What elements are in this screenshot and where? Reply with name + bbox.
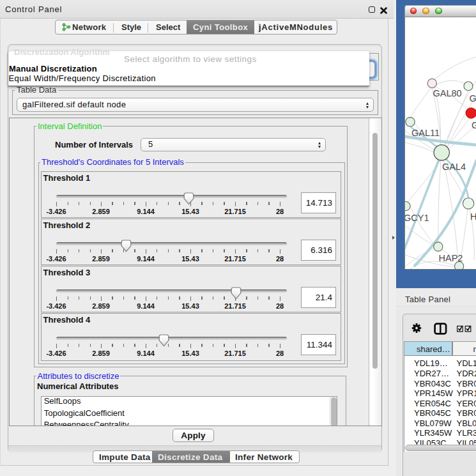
svg-text:GCY1: GCY1: [405, 213, 429, 223]
svg-text:G: G: [472, 120, 476, 130]
svg-text:GAL80: GAL80: [433, 88, 461, 98]
svg-text:GA: GA: [469, 93, 476, 104]
svg-text:H: H: [470, 211, 476, 222]
svg-text:GAL4: GAL4: [442, 162, 466, 172]
svg-text:GAL11: GAL11: [411, 128, 440, 138]
svg-text:HAP2: HAP2: [438, 253, 463, 263]
